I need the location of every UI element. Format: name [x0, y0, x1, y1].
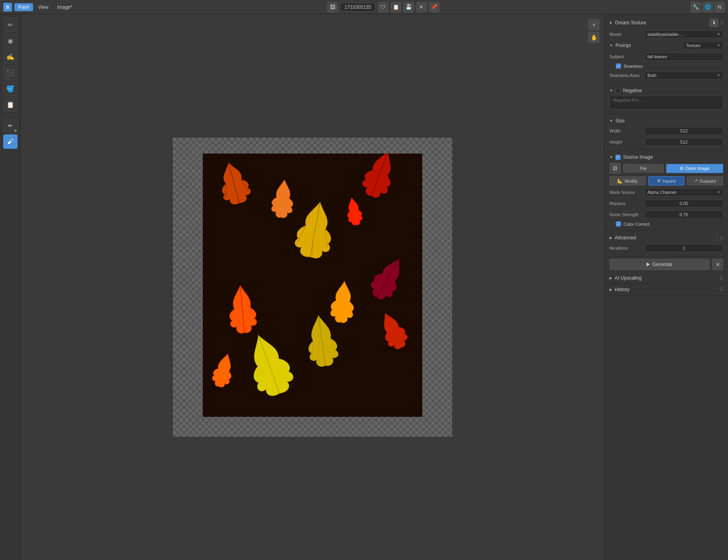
negative-header[interactable]: ▼ Negative [605, 86, 728, 95]
negative-checkbox[interactable] [615, 88, 621, 93]
prompt-header[interactable]: ▼ Prompt Texture ▼ [605, 40, 728, 51]
menu-view[interactable]: View [34, 3, 52, 11]
clone-tool-btn[interactable]: ⬛ [3, 65, 18, 80]
dream-texture-header[interactable]: ▼ Dream Texture ⬇ ⠿ [605, 17, 728, 29]
chevron-down-icon: ▼ [609, 21, 613, 25]
outpaint-btn[interactable]: ↗ Outpaint [687, 176, 723, 185]
shield-icon-btn[interactable]: 🛡 [378, 2, 388, 12]
section-header-right: ⬇ ⠿ [710, 18, 724, 27]
source-image-label: Source Image [623, 154, 653, 160]
close-icon-btn[interactable]: ✕ [416, 2, 427, 12]
open-image-btn[interactable]: ⚙ Open Image [666, 164, 723, 173]
chevron-right-icon: ▶ [609, 276, 612, 280]
cancel-generate-btn[interactable]: ✕ [712, 259, 723, 270]
iterations-input[interactable] [645, 244, 723, 252]
generate-btn[interactable]: Generate [609, 259, 710, 270]
bucket-tool-btn[interactable]: 🪣 [3, 81, 18, 96]
negative-section: ▼ Negative [605, 84, 728, 114]
tool-options-btn[interactable]: 🔧 [690, 2, 701, 12]
chevron-right-icon: ▶ [609, 288, 612, 292]
checkmark-icon: ✓ [616, 155, 619, 159]
close-icon: ✕ [716, 262, 720, 268]
copy-paste-tool-btn[interactable]: 📋 [3, 97, 18, 112]
generate-row: Generate ✕ [605, 256, 728, 272]
modify-btn[interactable]: 📐 Modify [609, 176, 646, 185]
zoom-in-btn[interactable]: + [588, 19, 599, 30]
menu-paint[interactable]: Paint [14, 3, 33, 11]
negative-prompt-input[interactable] [609, 96, 723, 109]
draw-tool-btn[interactable]: ✏ [3, 18, 18, 32]
drag-handle[interactable]: ⠿ [720, 20, 724, 26]
chevron-right-icon: ▶ [609, 236, 612, 240]
color-correct-checkbox[interactable]: ✓ [616, 221, 621, 227]
negative-label: Negative [623, 88, 642, 93]
noise-strength-input[interactable] [645, 211, 723, 219]
history-section[interactable]: ▶ History ⠿ [605, 284, 728, 296]
download-btn[interactable]: ⬇ [710, 18, 718, 27]
app-logo: B [3, 3, 12, 12]
width-row: Width [605, 125, 728, 136]
chevron-down-icon: ▼ [717, 73, 720, 77]
seamless-checkbox[interactable]: ✓ [616, 63, 621, 69]
menu-image[interactable]: Image* [53, 3, 76, 11]
model-select[interactable]: stabilityai/stable-... ▼ [645, 30, 723, 38]
chevron-down-icon: ▼ [717, 32, 720, 36]
modify-label: Modify [625, 179, 637, 183]
ai-upscaling-label: AI Upscaling [615, 275, 641, 281]
open-image-label: Open Image [685, 166, 710, 171]
advanced-header[interactable]: ▶ Advanced ⋮≡ [605, 233, 728, 243]
canvas-controls: + ✋ [588, 19, 599, 43]
ai-upscaling-section[interactable]: ▶ AI Upscaling ⠿ [605, 272, 728, 284]
layout-btn[interactable]: N [714, 2, 725, 12]
right-panel: ▼ Dream Texture ⬇ ⠿ Model stabilityai/st… [604, 14, 728, 560]
checkmark-icon: ✓ [617, 64, 620, 68]
chevron-down-icon: ▼ [609, 155, 613, 159]
size-section: ▼ Size Width Height [605, 114, 728, 150]
copy-icon-btn[interactable]: 📋 [391, 2, 401, 12]
source-image-header[interactable]: ▼ ✓ Source Image [605, 153, 728, 162]
mask-source-select[interactable]: Alpha Channel ▼ [645, 188, 723, 196]
panel-scroll-area: ▼ Dream Texture ⬇ ⠿ Model stabilityai/st… [605, 14, 728, 560]
height-input[interactable] [645, 138, 723, 146]
chevron-down-icon: ▼ [609, 119, 613, 123]
save-icon-btn[interactable]: 💾 [404, 2, 414, 12]
canvas-mode-btn[interactable]: 🖼 [327, 2, 338, 12]
replace-label: Replace [609, 201, 641, 206]
replace-input[interactable] [645, 199, 723, 207]
outpaint-label: Outpaint [699, 179, 716, 183]
seamless-axes-value: Both [647, 73, 657, 78]
topbar-right: 🔧 🌐 N [690, 2, 725, 12]
source-image-checkbox[interactable]: ✓ [615, 155, 621, 160]
subject-row: Subject [605, 51, 728, 62]
online-btn[interactable]: 🌐 [702, 2, 713, 12]
dream-texture-section: ▼ Dream Texture ⬇ ⠿ Model stabilityai/st… [605, 14, 728, 84]
seamless-axes-row: Seamless Axes Both ▼ [605, 70, 728, 81]
file-label-btn[interactable]: File [623, 164, 664, 173]
canvas-container[interactable]: G [173, 138, 452, 437]
checkmark-icon: ✓ [617, 222, 620, 226]
advanced-label: Advanced [615, 235, 636, 241]
drag-handle[interactable]: ⠿ [719, 275, 723, 281]
width-input[interactable] [645, 127, 723, 135]
size-header[interactable]: ▼ Size [605, 116, 728, 125]
color-correct-row: ✓ Color Correct [605, 220, 728, 228]
leaves-svg: G [203, 154, 422, 417]
seamless-axes-select[interactable]: Both ▼ [645, 71, 723, 79]
pan-btn[interactable]: ✋ [588, 32, 599, 43]
prompt-type-select[interactable]: Texture ▼ [683, 41, 723, 49]
advanced-menu-icon[interactable]: ⋮≡ [714, 235, 723, 241]
drag-handle[interactable]: ⠿ [719, 286, 723, 293]
inpaint-btn[interactable]: ⚙ Inpaint [648, 176, 684, 185]
annotate-tool-btn[interactable]: ✒ [3, 118, 18, 133]
fill-tool-btn[interactable]: ◉ [3, 34, 18, 48]
canvas-title: 1733305135 [340, 3, 376, 12]
model-label: Model [609, 32, 641, 37]
size-label: Size [615, 118, 625, 124]
height-row: Height [605, 136, 728, 148]
pin-icon-btn[interactable]: 📌 [429, 2, 439, 12]
paint-tool-btn[interactable]: 🖌 [3, 134, 18, 149]
subject-input[interactable] [645, 53, 723, 61]
topbar: B Paint View Image* 🖼 1733305135 🛡 📋 💾 ✕… [0, 0, 728, 14]
file-icon-btn[interactable]: 🖼 [609, 163, 621, 174]
smear-tool-btn[interactable]: ✍ [3, 49, 18, 64]
